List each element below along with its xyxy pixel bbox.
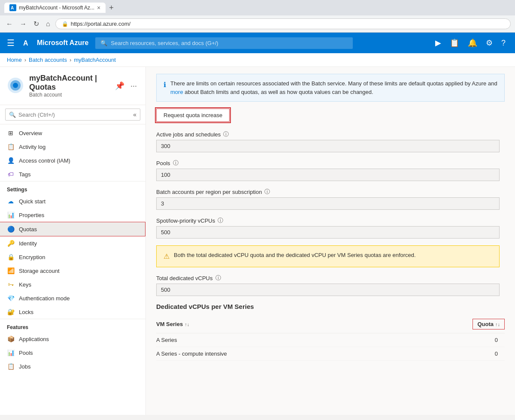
sidebar-item-jobs[interactable]: 📋 Jobs <box>0 360 145 373</box>
vm-series-table: Dedicated vCPUs per VM Series VM Series … <box>156 303 505 361</box>
info-icon: ℹ <box>164 80 166 96</box>
warning-icon: ⚠ <box>164 251 170 262</box>
refresh-button[interactable]: ↻ <box>32 18 41 30</box>
sidebar-item-label: Pools <box>19 350 33 356</box>
batch-accounts-label: Batch accounts per region per subscripti… <box>156 188 505 196</box>
cloud-shell-icon[interactable]: ▶ <box>433 36 444 50</box>
sidebar-item-quick-start[interactable]: ☁ Quick start <box>0 194 145 208</box>
sidebar-item-label: Keys <box>19 281 31 288</box>
breadcrumb-current[interactable]: myBatchAccount <box>74 57 116 63</box>
settings-section-label: Settings <box>0 181 145 194</box>
sidebar-item-overview[interactable]: ⊞ Overview <box>0 126 145 140</box>
azure-logo-icon: A <box>21 37 33 49</box>
sidebar-logo <box>7 77 24 95</box>
sidebar-item-label: Overview <box>19 130 42 136</box>
quota-cell: 0 <box>419 351 505 357</box>
sidebar-item-keys[interactable]: 🗝 Keys <box>0 278 145 291</box>
sidebar-page-subtitle: Batch account <box>29 92 108 98</box>
encryption-icon: 🔒 <box>7 253 15 261</box>
new-tab-button[interactable]: + <box>109 3 114 12</box>
sidebar-collapse-button[interactable]: « <box>133 111 136 118</box>
search-bar[interactable]: 🔍 <box>95 37 353 49</box>
batch-accounts-field-group: Batch accounts per region per subscripti… <box>156 188 505 210</box>
breadcrumb-home[interactable]: Home <box>7 57 22 63</box>
browser-tab[interactable]: A myBatchAccount - Microsoft Az... × <box>4 3 106 13</box>
sidebar-item-pools[interactable]: 📊 Pools <box>0 346 145 360</box>
sidebar-item-activity-log[interactable]: 📋 Activity log <box>0 140 145 154</box>
vm-series-column-header[interactable]: VM Series ↑↓ <box>156 321 419 327</box>
back-button[interactable]: ← <box>4 18 15 30</box>
forward-button[interactable]: → <box>18 18 28 30</box>
info-banner-link[interactable]: more <box>170 89 183 95</box>
sidebar-item-quotas[interactable]: 🔵 Quotas <box>0 222 145 236</box>
batch-accounts-value: 3 <box>156 197 500 210</box>
notifications-icon[interactable]: 🔔 <box>465 36 480 50</box>
search-input[interactable] <box>111 40 348 46</box>
sidebar-item-properties[interactable]: 📊 Properties <box>0 208 145 222</box>
sidebar-header: myBatchAccount | Quotas Batch account 📌 … <box>0 67 145 105</box>
svg-text:A: A <box>11 6 14 10</box>
total-dedicated-vcpus-label: Total dedicated vCPUs ⓘ <box>156 274 505 282</box>
azure-header: ☰ A Microsoft Azure 🔍 ▶ 📋 🔔 ⚙ ? <box>0 33 515 53</box>
address-bar[interactable]: 🔒 https://portal.azure.com/ <box>55 18 511 29</box>
sidebar-search-input[interactable] <box>18 112 130 118</box>
svg-text:A: A <box>23 39 28 47</box>
active-jobs-value: 300 <box>156 140 500 152</box>
sidebar-search: 🔍 « <box>0 105 145 124</box>
applications-icon: 📦 <box>7 335 15 343</box>
active-jobs-field-group: Active jobs and schedules ⓘ 300 <box>156 130 505 152</box>
browser-chrome: A myBatchAccount - Microsoft Az... × + <box>0 0 515 15</box>
breadcrumb-sep-1: › <box>24 57 26 63</box>
spot-vcpus-field-group: Spot/low-priority vCPUs ⓘ 500 <box>156 217 505 239</box>
pools-field-group: Pools ⓘ 100 <box>156 159 505 181</box>
keys-icon: 🗝 <box>7 281 15 288</box>
total-dedicated-vcpus-field-group: Total dedicated vCPUs ⓘ 500 <box>156 274 505 296</box>
sidebar-item-label: Encryption <box>19 254 45 260</box>
breadcrumb: Home › Batch accounts › myBatchAccount <box>0 53 515 67</box>
batch-accounts-info-icon[interactable]: ⓘ <box>264 188 270 196</box>
identity-icon: 🔑 <box>7 239 15 247</box>
sidebar-item-label: Tags <box>19 171 30 178</box>
browser-nav: ← → ↻ ⌂ 🔒 https://portal.azure.com/ <box>0 15 515 33</box>
sidebar-search-container[interactable]: 🔍 « <box>5 109 140 121</box>
properties-icon: 📊 <box>7 211 15 219</box>
pools-info-icon[interactable]: ⓘ <box>173 159 179 167</box>
sidebar-item-label: Authentication mode <box>19 295 70 302</box>
request-quota-increase-button[interactable]: Request quota increase <box>156 109 230 122</box>
sidebar-nav: ⊞ Overview 📋 Activity log 👤 Access contr… <box>0 124 145 375</box>
sidebar-item-label: Quotas <box>19 226 37 233</box>
help-icon[interactable]: ? <box>499 36 508 50</box>
spot-vcpus-info-icon[interactable]: ⓘ <box>218 217 223 224</box>
sidebar-item-authentication-mode[interactable]: 💎 Authentication mode <box>0 291 145 305</box>
tab-close-button[interactable]: × <box>97 4 100 11</box>
quota-column-header[interactable]: Quota ↑↓ <box>419 319 505 329</box>
sidebar-item-tags[interactable]: 🏷 Tags <box>0 167 145 181</box>
quota-cell: 0 <box>419 337 505 343</box>
more-options-button[interactable]: ··· <box>129 79 139 92</box>
spot-vcpus-value: 500 <box>156 226 500 239</box>
sidebar-item-label: Quick start <box>19 198 45 205</box>
content-body: ℹ There are limits on certain resources … <box>146 67 515 368</box>
vm-series-cell: A Series <box>156 337 419 343</box>
breadcrumb-sep-2: › <box>70 57 71 63</box>
total-dedicated-vcpus-info-icon[interactable]: ⓘ <box>215 274 221 282</box>
breadcrumb-batch-accounts[interactable]: Batch accounts <box>29 57 67 63</box>
info-banner-text: There are limits on certain resources as… <box>170 79 497 96</box>
home-button[interactable]: ⌂ <box>44 18 52 30</box>
sidebar-item-storage-account[interactable]: 📶 Storage account <box>0 264 145 278</box>
sidebar-item-encryption[interactable]: 🔒 Encryption <box>0 250 145 264</box>
settings-icon[interactable]: ⚙ <box>483 36 495 50</box>
overview-icon: ⊞ <box>7 129 15 137</box>
pin-button[interactable]: 📌 <box>113 79 126 92</box>
hamburger-menu-button[interactable]: ☰ <box>7 38 15 48</box>
sidebar-item-label: Identity <box>19 240 37 247</box>
tab-title: myBatchAccount - Microsoft Az... <box>19 5 94 11</box>
table-header: VM Series ↑↓ Quota ↑↓ <box>156 315 505 333</box>
sidebar-item-access-control[interactable]: 👤 Access control (IAM) <box>0 154 145 167</box>
sidebar-item-identity[interactable]: 🔑 Identity <box>0 236 145 250</box>
active-jobs-info-icon[interactable]: ⓘ <box>223 130 229 138</box>
directory-icon[interactable]: 📋 <box>447 36 462 50</box>
sidebar-item-applications[interactable]: 📦 Applications <box>0 332 145 346</box>
sidebar-item-label: Properties <box>19 212 44 218</box>
sidebar-item-locks[interactable]: 🔐 Locks <box>0 305 145 319</box>
